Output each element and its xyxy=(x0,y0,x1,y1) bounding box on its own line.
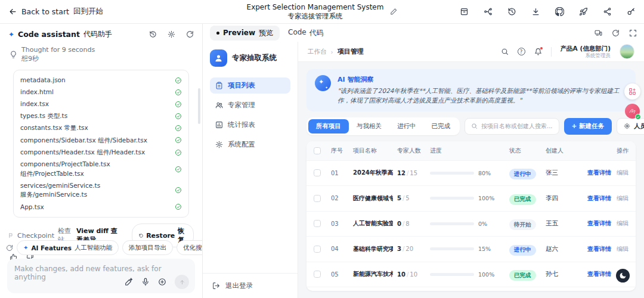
github-icon[interactable] xyxy=(555,7,564,16)
view-details-link[interactable]: 查看详情 xyxy=(587,270,611,278)
edit-title-pencil-icon[interactable] xyxy=(389,8,397,15)
menu-item-label: 系统配置 xyxy=(228,140,255,149)
row-checkbox[interactable] xyxy=(314,246,321,253)
enhance-prompt-icon[interactable] xyxy=(125,278,133,286)
filter-tab[interactable]: 已完成 xyxy=(424,119,459,134)
project-title-en: Expert Selection Management System xyxy=(247,3,384,11)
view-details-link[interactable]: 查看详情 xyxy=(587,219,611,228)
file-row[interactable]: App.tsx xyxy=(20,201,182,213)
scrollbar-thumb[interactable] xyxy=(198,88,200,124)
expert-count: 0/8 xyxy=(397,221,426,227)
chat-history-icon[interactable] xyxy=(149,30,157,38)
row-checkbox[interactable] xyxy=(314,195,321,202)
row-checkbox[interactable] xyxy=(314,169,321,176)
edit-link[interactable]: 编辑 xyxy=(617,219,628,228)
send-button[interactable] xyxy=(175,275,189,289)
user-menu[interactable]: 产品A (信息部门) 系统管理员 xyxy=(561,45,611,59)
project-search-input[interactable]: 按项目名称或创建人搜索... xyxy=(465,118,559,135)
check-circle-icon xyxy=(175,136,182,144)
creator-name: 赵六 xyxy=(546,245,573,253)
active-dot xyxy=(216,32,219,35)
file-name: services/geminiService.ts xyxy=(20,181,100,191)
row-checkbox[interactable] xyxy=(314,271,321,278)
view-details-link[interactable]: 查看详情 xyxy=(587,169,611,177)
share-icon[interactable] xyxy=(603,7,612,16)
filter-tab[interactable]: 与我相关 xyxy=(349,119,389,134)
row-number: 05 xyxy=(331,271,349,278)
sidebar-menu-item[interactable]: 系统配置 xyxy=(210,136,290,153)
avatar[interactable] xyxy=(620,44,634,59)
thought-summary[interactable]: Thought for 9 seconds 想9秒 xyxy=(0,42,202,64)
responsive-devices-icon[interactable] xyxy=(595,29,602,37)
floating-extension-badge[interactable] xyxy=(625,104,640,119)
chip-optimize-search[interactable]: 优化搜索功能 xyxy=(177,240,203,255)
fork-icon[interactable] xyxy=(484,7,493,16)
edit-link[interactable]: 编辑 xyxy=(617,169,628,177)
file-name-zh: 组件/ProjectTable.tsx xyxy=(20,169,110,179)
file-row[interactable]: components/ProjectTable.tsx 组件/ProjectTa… xyxy=(20,159,182,180)
file-row[interactable]: index.tsx xyxy=(20,98,182,110)
refresh-suggestions-icon[interactable] xyxy=(6,244,13,252)
progress-label: 100% xyxy=(478,271,494,278)
file-row[interactable]: index.html xyxy=(20,86,182,98)
file-row[interactable]: components/Header.tsx 组件/Header.tsx xyxy=(20,146,182,158)
search-icon[interactable] xyxy=(501,48,509,55)
restore-icon xyxy=(139,232,143,239)
chip-add-export[interactable]: 添加项目导出 xyxy=(122,240,173,255)
help-icon[interactable]: ? xyxy=(518,48,525,55)
file-row[interactable]: components/Sidebar.tsx 组件/Sidebar.tsx xyxy=(20,134,182,146)
api-key-icon[interactable] xyxy=(627,7,636,16)
breadcrumb-workbench[interactable]: 工作台 xyxy=(308,48,327,56)
edit-link[interactable]: 编辑 xyxy=(617,245,628,253)
row-checkbox[interactable] xyxy=(314,220,321,227)
settings-gear-icon[interactable] xyxy=(168,30,175,38)
new-task-button[interactable]: + 新建任务 xyxy=(564,118,612,135)
deploy-rocket-icon[interactable] xyxy=(579,7,588,16)
refresh-icon[interactable] xyxy=(186,30,194,38)
chat-input[interactable]: Make changes, add new features, ask for … xyxy=(7,259,195,293)
breadcrumb: 工作台 › 项目管理 xyxy=(308,47,364,56)
file-row[interactable]: services/geminiService.ts 服务/geminiServi… xyxy=(20,179,182,201)
progress-track xyxy=(430,172,474,175)
dark-mode-toggle[interactable] xyxy=(616,269,630,283)
chip-ai-features[interactable]: ✦ AI Features 人工智能功能 xyxy=(17,240,119,255)
progress-track xyxy=(430,197,474,200)
floating-widget-button[interactable] xyxy=(624,83,640,100)
tab-preview[interactable]: Preview预览 xyxy=(210,26,280,41)
reload-preview-icon[interactable] xyxy=(612,29,620,37)
file-name: App.tsx xyxy=(20,203,44,212)
view-details-link[interactable]: 查看详情 xyxy=(587,194,611,203)
logout-button[interactable]: 退出登录 xyxy=(203,273,298,298)
creator-name: 张三 xyxy=(546,169,573,177)
sidebar-menu-item[interactable]: 统计报表 xyxy=(210,117,290,133)
progress-cell: 100% xyxy=(430,195,505,201)
archive-icon[interactable] xyxy=(460,7,469,16)
edit-link[interactable]: 编辑 xyxy=(617,194,628,203)
file-row[interactable]: constants.tsx 常量.tsx xyxy=(20,122,182,134)
tab-code[interactable]: Code代码 xyxy=(288,28,324,38)
file-row[interactable]: metadata.json xyxy=(20,74,182,86)
history-icon[interactable] xyxy=(507,7,516,16)
check-circle-icon xyxy=(175,113,182,120)
filter-tab[interactable]: 所有项目 xyxy=(308,119,349,134)
staffing-config-button[interactable]: 人员配置 xyxy=(617,118,644,135)
back-to-start-button[interactable]: Back to start 回到开始 xyxy=(8,7,103,17)
file-name-zh: 服务/geminiService.ts xyxy=(20,190,100,200)
download-icon[interactable] xyxy=(531,7,540,16)
gear-icon xyxy=(215,141,223,148)
filter-tab[interactable]: 进行中 xyxy=(389,119,424,134)
view-details-link[interactable]: 查看详情 xyxy=(587,245,611,253)
attach-plus-icon[interactable] xyxy=(158,278,166,286)
app-sidebar: 专家抽取系统 项目列表 专家管理 统计报表 xyxy=(203,42,298,298)
sidebar-menu-item[interactable]: 项目列表 xyxy=(210,77,290,94)
fullscreen-icon[interactable] xyxy=(629,29,637,37)
progress-track xyxy=(430,247,474,250)
file-row[interactable]: types.ts 类型.ts xyxy=(20,110,182,122)
sidebar-menu-item[interactable]: 专家管理 xyxy=(210,97,290,113)
notifications-bell-icon[interactable] xyxy=(534,48,542,55)
microphone-icon[interactable] xyxy=(141,278,150,286)
generated-files-card: metadata.json index.html index.tsx xyxy=(13,70,189,218)
creator-name: 孙七 xyxy=(546,270,573,278)
row-number: 03 xyxy=(331,221,349,227)
select-all-checkbox[interactable] xyxy=(314,147,321,154)
